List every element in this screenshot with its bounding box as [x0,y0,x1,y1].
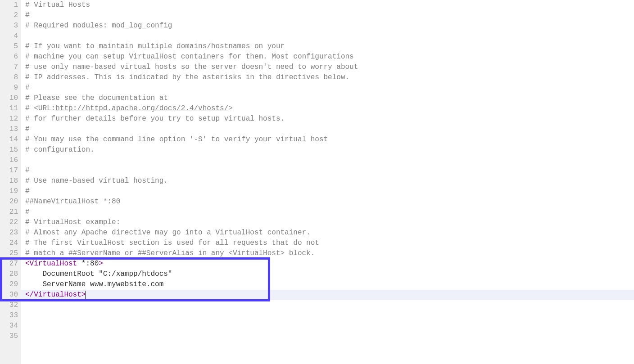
code-line[interactable]: # IP addresses. This is indicated by the… [25,72,634,83]
code-line[interactable]: # Please see the documentation at [25,93,634,103]
line-number: 23 [4,228,18,238]
line-number: 10 [4,93,18,103]
line-number: 3 [4,21,18,31]
code-line[interactable]: # [25,207,634,217]
code-line[interactable] [25,321,634,331]
code-line[interactable]: # match a ##ServerName or ##ServerAlias … [25,248,634,259]
line-number: 4 [4,31,18,41]
code-line[interactable]: ServerName www.mywebsite.com [25,279,634,290]
line-number: 13 [4,124,18,135]
line-number: 8 [4,72,18,83]
line-number: 7 [4,62,18,72]
code-line[interactable]: # machine you can setup VirtualHost cont… [25,52,634,62]
line-number: 27 [4,259,18,269]
line-number: 25 [4,248,18,259]
line-number: 6 [4,52,18,62]
code-area[interactable]: # Virtual Hosts## Required modules: mod_… [21,0,634,364]
code-line[interactable]: # The first VirtualHost section is used … [25,238,634,248]
line-number: 16 [4,155,18,166]
line-number: 17 [4,166,18,176]
line-number: 12 [4,114,18,124]
code-line[interactable]: # You may use the command line option '-… [25,135,634,145]
code-line[interactable]: # Almost any Apache directive may go int… [25,228,634,238]
code-line[interactable]: # [25,186,634,197]
code-line[interactable]: # for further details before you try to … [25,114,634,124]
line-number-gutter: 1234567891011121314151617181920212223242… [0,0,21,364]
code-line[interactable]: # [25,83,634,93]
code-line[interactable]: # VirtualHost example: [25,217,634,228]
line-number: 22 [4,217,18,228]
code-line[interactable]: # <URL:http://httpd.apache.org/docs/2.4/… [25,103,634,114]
line-number: 15 [4,145,18,155]
code-line[interactable]: # Virtual Hosts [25,0,634,10]
line-number: 14 [4,135,18,145]
line-number: 28 [4,269,18,279]
text-cursor [85,291,86,299]
line-number: 20 [4,197,18,207]
code-line[interactable]: </VirtualHost> [25,290,634,300]
code-line[interactable]: # [25,166,634,176]
code-line[interactable] [25,331,634,342]
code-line[interactable]: # Required modules: mod_log_config [25,21,634,31]
line-number: 29 [4,279,18,290]
doc-url[interactable]: http://httpd.apache.org/docs/2.4/vhosts/ [55,104,228,112]
code-line[interactable]: <VirtualHost *:80> [25,259,634,269]
line-number: 30 [4,290,18,300]
code-line[interactable]: # use only name-based virtual hosts so t… [25,62,634,72]
code-line[interactable] [25,310,634,321]
line-number: 9 [4,83,18,93]
code-editor[interactable]: 1234567891011121314151617181920212223242… [0,0,634,364]
line-number: 2 [4,10,18,21]
code-line[interactable] [25,300,634,310]
line-number: 19 [4,186,18,197]
code-line[interactable]: # [25,124,634,135]
code-line[interactable]: # If you want to maintain multiple domai… [25,41,634,52]
code-line[interactable]: # [25,10,634,21]
code-line[interactable]: # configuration. [25,145,634,155]
line-number: 18 [4,176,18,186]
code-line[interactable] [25,155,634,166]
line-number: 5 [4,41,18,52]
code-line[interactable]: ##NameVirtualHost *:80 [25,197,634,207]
code-line[interactable] [25,31,634,41]
code-line[interactable]: # Use name-based virtual hosting. [25,176,634,186]
line-number: 24 [4,238,18,248]
line-number: 32 [4,300,18,310]
line-number: 35 [4,331,18,342]
line-number: 33 [4,310,18,321]
code-line[interactable]: DocumentRoot "C:/xampp/htdocs" [25,269,634,279]
line-number: 34 [4,321,18,331]
line-number: 1 [4,0,18,10]
line-number: 21 [4,207,18,217]
line-number: 11 [4,103,18,114]
